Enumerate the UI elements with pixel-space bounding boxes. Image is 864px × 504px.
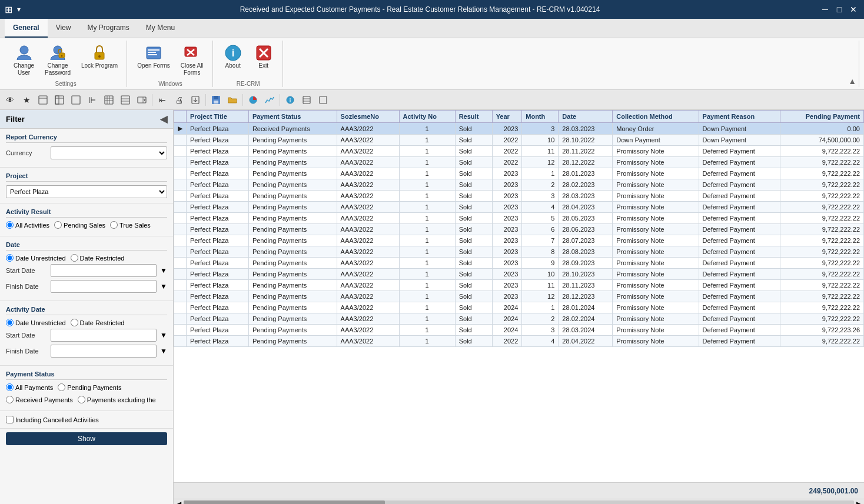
- table-row[interactable]: Perfect PlazaPending PaymentsAAA3/20221S…: [174, 202, 864, 213]
- radio-payments-excluding[interactable]: Payments excluding the: [78, 396, 156, 403]
- radio-all-activities-input[interactable]: [6, 221, 14, 229]
- change-user-button[interactable]: ChangeUser: [9, 41, 38, 79]
- act-start-date-input[interactable]: [51, 329, 157, 342]
- finish-date-calendar-icon[interactable]: ▼: [160, 282, 167, 291]
- toolbar-print-btn[interactable]: 🖨: [171, 92, 187, 108]
- table-row[interactable]: Perfect PlazaPending PaymentsAAA3/20221S…: [174, 269, 864, 280]
- toolbar-form2-btn[interactable]: [52, 92, 67, 108]
- radio-pending-payments[interactable]: Pending Payments: [58, 383, 121, 391]
- col-payment-status[interactable]: Payment Status: [248, 111, 337, 123]
- radio-date-restricted[interactable]: Date Restricted: [71, 254, 125, 262]
- toolbar-nav1-btn[interactable]: ⇤: [155, 92, 170, 108]
- table-row[interactable]: Perfect PlazaPending PaymentsAAA3/20221S…: [174, 258, 864, 269]
- table-row[interactable]: Perfect PlazaPending PaymentsAAA3/20221S…: [174, 336, 864, 347]
- close-btn[interactable]: ✕: [848, 4, 859, 15]
- col-result[interactable]: Result: [455, 111, 492, 123]
- toolbar-grid1-btn[interactable]: [101, 92, 117, 108]
- radio-pending-sales-input[interactable]: [54, 221, 62, 229]
- toolbar-help-btn[interactable]: [315, 92, 331, 108]
- toolbar-open-btn[interactable]: [225, 92, 240, 108]
- table-row[interactable]: Perfect PlazaPending PaymentsAAA3/20221S…: [174, 291, 864, 302]
- toolbar-info-btn[interactable]: i: [283, 92, 298, 108]
- toolbar-form1-btn[interactable]: [35, 92, 51, 108]
- col-project-title[interactable]: Project Title: [187, 111, 249, 123]
- table-row[interactable]: Perfect PlazaPending PaymentsAAA3/20221S…: [174, 135, 864, 146]
- col-month[interactable]: Month: [522, 111, 559, 123]
- exit-button[interactable]: Exit: [250, 41, 278, 72]
- toolbar-filter-btn[interactable]: ⊫: [85, 92, 100, 108]
- table-row[interactable]: Perfect PlazaPending PaymentsAAA3/20221S…: [174, 235, 864, 246]
- table-row[interactable]: Perfect PlazaPending PaymentsAAA3/20221S…: [174, 302, 864, 313]
- include-cancelled-input[interactable]: [6, 416, 14, 423]
- toolbar-save-btn[interactable]: [208, 92, 224, 108]
- minimize-btn[interactable]: ─: [819, 4, 831, 15]
- radio-all-payments[interactable]: All Payments: [6, 383, 53, 391]
- col-activity-no[interactable]: Activity No: [399, 111, 455, 123]
- radio-date-unrestricted[interactable]: Date Unrestricted: [6, 254, 66, 262]
- table-row[interactable]: Perfect PlazaPending PaymentsAAA3/20221S…: [174, 213, 864, 224]
- about-button[interactable]: i About: [219, 41, 247, 72]
- table-row[interactable]: Perfect PlazaPending PaymentsAAA3/20221S…: [174, 168, 864, 179]
- tab-general[interactable]: General: [5, 19, 48, 38]
- act-start-date-calendar-icon[interactable]: ▼: [160, 331, 167, 339]
- act-finish-date-calendar-icon[interactable]: ▼: [160, 347, 167, 355]
- toolbar-grid2-btn[interactable]: [118, 92, 133, 108]
- lock-program-button[interactable]: Lock Program: [77, 41, 122, 72]
- toolbar-settings2-btn[interactable]: [299, 92, 314, 108]
- table-row[interactable]: Perfect PlazaPending PaymentsAAA3/20221S…: [174, 179, 864, 191]
- radio-date-restricted-input[interactable]: [71, 254, 78, 262]
- radio-act-date-restricted[interactable]: Date Restricted: [71, 319, 125, 326]
- open-forms-button[interactable]: Open Forms: [133, 41, 174, 72]
- radio-payments-excluding-input[interactable]: [78, 396, 85, 403]
- radio-received-payments-input[interactable]: [6, 396, 14, 403]
- toolbar-chart-btn[interactable]: [245, 92, 261, 108]
- close-all-forms-button[interactable]: Close AllForms: [177, 41, 208, 79]
- table-row[interactable]: ▶Perfect PlazaReceived PaymentsAAA3/2022…: [174, 123, 864, 135]
- radio-act-date-unrestricted[interactable]: Date Unrestricted: [6, 319, 66, 326]
- table-row[interactable]: Perfect PlazaPending PaymentsAAA3/20221S…: [174, 325, 864, 336]
- radio-true-sales-input[interactable]: [110, 221, 118, 229]
- table-row[interactable]: Perfect PlazaPending PaymentsAAA3/20221S…: [174, 246, 864, 258]
- tab-mymenu[interactable]: My Menu: [138, 19, 183, 38]
- col-payment-reason[interactable]: Payment Reason: [699, 111, 780, 123]
- table-row[interactable]: Perfect PlazaPending PaymentsAAA3/20221S…: [174, 146, 864, 157]
- radio-act-date-unrestricted-input[interactable]: [6, 319, 14, 326]
- radio-all-activities[interactable]: All Activities: [6, 221, 49, 229]
- currency-select[interactable]: [51, 146, 167, 159]
- project-select[interactable]: Perfect Plaza: [6, 185, 167, 198]
- tab-myprograms[interactable]: My Programs: [79, 19, 138, 38]
- tab-view[interactable]: View: [48, 19, 79, 38]
- col-sozlesme-no[interactable]: SozlesmeNo: [337, 111, 399, 123]
- toolbar-eye-btn[interactable]: 👁: [2, 92, 18, 108]
- toolbar-graph-btn[interactable]: [262, 92, 277, 108]
- table-row[interactable]: Perfect PlazaPending PaymentsAAA3/20221S…: [174, 280, 864, 291]
- scroll-right-btn[interactable]: ▶: [856, 500, 862, 505]
- toolbar-star-btn[interactable]: ★: [19, 92, 34, 108]
- table-row[interactable]: Perfect PlazaPending PaymentsAAA3/20221S…: [174, 224, 864, 235]
- radio-act-date-restricted-input[interactable]: [71, 319, 78, 326]
- toolbar-export-btn[interactable]: [188, 92, 203, 108]
- scroll-left-btn[interactable]: ◀: [176, 500, 181, 505]
- grid-container[interactable]: Project Title Payment Status SozlesmeNo …: [174, 110, 864, 482]
- radio-pending-payments-input[interactable]: [58, 383, 65, 391]
- finish-date-input[interactable]: [51, 280, 157, 293]
- table-row[interactable]: Perfect PlazaPending PaymentsAAA3/20221S…: [174, 157, 864, 168]
- col-year[interactable]: Year: [492, 111, 522, 123]
- col-date[interactable]: Date: [559, 111, 613, 123]
- change-password-button[interactable]: ChangePassword: [41, 41, 75, 79]
- include-cancelled-checkbox[interactable]: Including Cancelled Activities: [6, 416, 167, 423]
- toolbar-combo-btn[interactable]: [134, 92, 149, 108]
- start-date-input[interactable]: [51, 264, 157, 277]
- toolbar-form3-btn[interactable]: [68, 92, 84, 108]
- act-finish-date-input[interactable]: [51, 345, 157, 358]
- filter-collapse-btn[interactable]: ◀: [160, 114, 167, 125]
- radio-date-unrestricted-input[interactable]: [6, 254, 14, 262]
- maximize-btn[interactable]: □: [833, 4, 845, 15]
- table-row[interactable]: Perfect PlazaPending PaymentsAAA3/20221S…: [174, 313, 864, 325]
- show-button[interactable]: Show: [6, 432, 167, 445]
- radio-received-payments[interactable]: Received Payments: [6, 396, 73, 403]
- radio-pending-sales[interactable]: Pending Sales: [54, 221, 105, 229]
- radio-true-sales[interactable]: True Sales: [110, 221, 151, 229]
- col-pending-payment[interactable]: Pending Payment: [780, 111, 863, 123]
- collapse-ribbon-btn[interactable]: ▲: [848, 76, 856, 86]
